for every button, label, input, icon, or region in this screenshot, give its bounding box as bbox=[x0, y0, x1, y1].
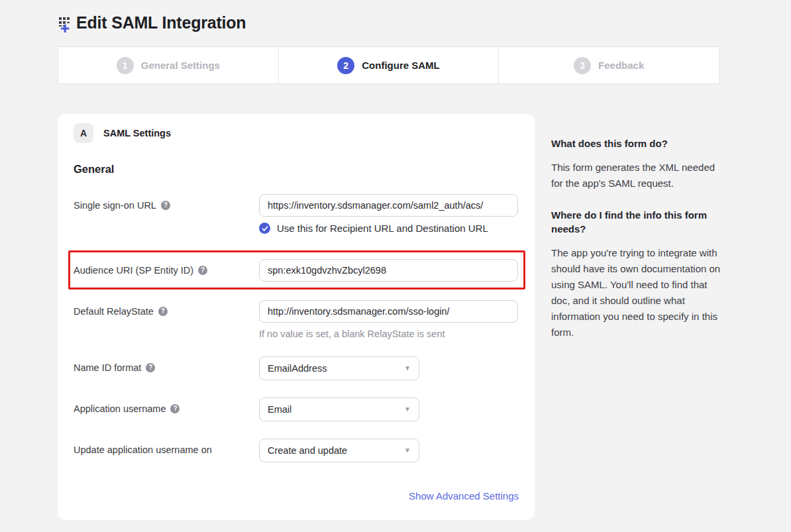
sso-url-row: Single sign-on URL ? Use this for Recipi… bbox=[74, 194, 519, 234]
app-username-help-icon[interactable]: ? bbox=[170, 404, 180, 413]
update-username-select[interactable]: Create and update ▼ bbox=[259, 439, 419, 462]
relay-state-row: Default RelayState ? If no value is set,… bbox=[74, 300, 519, 339]
name-id-format-label: Name ID format ? bbox=[74, 356, 259, 373]
step-1-label: General Settings bbox=[141, 60, 220, 71]
step-configure-saml[interactable]: 2 Configure SAML bbox=[278, 47, 499, 83]
name-id-format-label-text: Name ID format bbox=[74, 362, 141, 373]
app-username-label: Application username ? bbox=[74, 398, 259, 414]
help-body-2: The app you're trying to integrate with … bbox=[551, 245, 721, 341]
section-title: SAML Settings bbox=[103, 128, 171, 138]
app-username-select[interactable]: Email ▼ bbox=[259, 398, 419, 421]
update-username-label: Update application username on bbox=[74, 439, 259, 455]
relay-state-input[interactable] bbox=[259, 300, 518, 323]
name-id-format-row: Name ID format ? EmailAddress ▼ bbox=[74, 356, 519, 380]
sso-url-help-icon[interactable]: ? bbox=[161, 201, 170, 210]
help-body-1: This form generates the XML needed for t… bbox=[551, 160, 721, 191]
name-id-format-select[interactable]: EmailAddress ▼ bbox=[259, 356, 419, 380]
chevron-down-icon: ▼ bbox=[404, 398, 411, 421]
help-heading-1: What does this form do? bbox=[551, 136, 721, 150]
sso-url-label: Single sign-on URL ? bbox=[74, 194, 259, 211]
step-2-circle: 2 bbox=[337, 57, 354, 74]
step-3-label: Feedback bbox=[598, 60, 644, 71]
relay-state-help-icon[interactable]: ? bbox=[158, 307, 168, 316]
recipient-checkbox-label: Use this for Recipient URL and Destinati… bbox=[277, 223, 488, 234]
step-3-circle: 3 bbox=[574, 57, 591, 74]
relay-state-label: Default RelayState ? bbox=[74, 300, 259, 317]
show-advanced-settings-link[interactable]: Show Advanced Settings bbox=[409, 490, 519, 502]
sso-url-input[interactable] bbox=[259, 194, 518, 217]
step-general-settings[interactable]: 1 General Settings bbox=[58, 47, 278, 83]
sso-url-label-text: Single sign-on URL bbox=[74, 200, 156, 211]
section-header: A SAML Settings bbox=[74, 123, 519, 143]
audience-uri-highlight: Audience URI (SP Entity ID) ? bbox=[74, 259, 519, 282]
step-1-circle: 1 bbox=[117, 57, 134, 74]
help-heading-2: Where do I find the info this form needs… bbox=[551, 208, 721, 236]
audience-uri-input[interactable] bbox=[259, 259, 518, 282]
audience-uri-help-icon[interactable]: ? bbox=[198, 266, 207, 275]
step-2-label: Configure SAML bbox=[362, 60, 440, 71]
audience-uri-label-text: Audience URI (SP Entity ID) bbox=[74, 265, 193, 276]
section-a-badge: A bbox=[74, 123, 93, 143]
update-username-value: Create and update bbox=[268, 445, 347, 456]
stepper: 1 General Settings 2 Configure SAML 3 Fe… bbox=[58, 46, 719, 84]
help-panel: What does this form do? This form genera… bbox=[551, 136, 721, 357]
app-username-label-text: Application username bbox=[74, 403, 166, 414]
update-username-row: Update application username on Create an… bbox=[74, 439, 519, 462]
step-feedback[interactable]: 3 Feedback bbox=[498, 47, 719, 83]
update-username-label-text: Update application username on bbox=[74, 445, 212, 455]
relay-state-label-text: Default RelayState bbox=[74, 306, 154, 317]
app-username-value: Email bbox=[268, 404, 291, 415]
general-group-title: General bbox=[74, 163, 519, 176]
page-title: Edit SAML Integration bbox=[76, 13, 246, 32]
check-icon bbox=[262, 225, 268, 232]
saml-settings-card: A SAML Settings General Single sign-on U… bbox=[58, 114, 535, 520]
chevron-down-icon: ▼ bbox=[404, 439, 411, 462]
name-id-format-value: EmailAddress bbox=[268, 363, 327, 374]
app-grid-plus-icon bbox=[58, 16, 74, 33]
name-id-format-help-icon[interactable]: ? bbox=[146, 363, 155, 372]
relay-state-hint: If no value is set, a blank RelayState i… bbox=[259, 329, 519, 339]
app-username-row: Application username ? Email ▼ bbox=[74, 398, 519, 421]
recipient-checkbox-row: Use this for Recipient URL and Destinati… bbox=[259, 223, 519, 234]
audience-uri-row: Audience URI (SP Entity ID) ? bbox=[74, 259, 519, 282]
page-header: Edit SAML Integration bbox=[58, 13, 246, 32]
advanced-settings-row: Show Advanced Settings bbox=[74, 490, 519, 502]
audience-uri-label: Audience URI (SP Entity ID) ? bbox=[74, 259, 259, 276]
chevron-down-icon: ▼ bbox=[404, 357, 411, 380]
recipient-checkbox[interactable] bbox=[259, 223, 270, 234]
